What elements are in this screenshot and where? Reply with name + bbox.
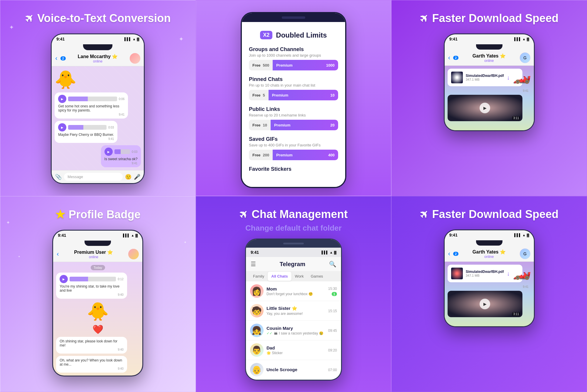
download-icon-6[interactable]: ↓ <box>507 270 510 277</box>
video-play-3[interactable]: ▶ <box>480 103 490 113</box>
status-bar-3: 9:41 ▌▌▌ ▲ ▓ <box>445 34 534 44</box>
sparkle-4b: ✦ <box>184 240 187 244</box>
voice-msg-2: ▶ 0:03 <box>58 123 114 131</box>
play-button-1[interactable]: ▶ <box>58 95 66 103</box>
play-button-2[interactable]: ▶ <box>58 123 66 131</box>
cell-faster-download-bottom: ✈ Faster Download Speed 9:41 ▌▌▌ ▲ ▓ <box>391 196 587 392</box>
mic-icon-1[interactable]: 🎤 <box>134 174 140 180</box>
cell-chat-management: ✈ Chat Management Change default chat fo… <box>196 196 392 392</box>
notch-cutout <box>83 44 112 50</box>
premium-msg-1: ▶ 0:12 You're my shining star, to take m… <box>56 273 127 299</box>
garth-chat-area-bottom: 🏎️ SimulatedDwarfBH.pdf 347.1 MB ↓ 9:41 <box>445 262 534 326</box>
download-icon-3[interactable]: ↓ <box>507 74 510 81</box>
limit-free-gifs: Free 200 <box>249 150 273 160</box>
mgmt-screen: 9:41 ▌▌▌ ▲ ▓ ☰ Telegram 🔍 Family All <box>246 239 341 380</box>
chat-time-mom: 15:30 <box>328 287 337 291</box>
file-thumb-6 <box>451 268 463 279</box>
telegram-icon-6: ✈ <box>417 207 432 222</box>
contact-status-6: online <box>461 255 517 259</box>
unread-badge-3: 2 <box>453 56 458 60</box>
msg-2: ▶ 0:03 Maybe Fiery Cherry or BBQ Burner.… <box>55 121 117 143</box>
contact-name-6: Garth Yates ⭐ <box>461 249 517 255</box>
chat-badge-mom: 1 <box>332 292 337 296</box>
chat-header-info-3: Garth Yates ⭐ online <box>461 53 517 63</box>
file-info-3: SimulatedDwarfBH.pdf 347.1 MB <box>466 74 504 81</box>
chat-messages-1: 🐥 ▶ 0:06 Get some hot ones and something… <box>52 66 144 170</box>
chat-item-dad[interactable]: 👨 Dad 🌟 Sticker 09:20 <box>246 340 341 360</box>
limits-title: Doubled Limits <box>276 31 327 39</box>
message-input-1[interactable]: Message <box>64 173 123 181</box>
premium-val-links: 20 <box>330 123 335 127</box>
mgmt-time: 9:41 <box>251 250 259 255</box>
notch-cutout-6 <box>476 240 502 246</box>
file-name-6: SimulatedDwarfBH.pdf <box>466 270 504 274</box>
back-button-4[interactable]: ‹ <box>57 250 59 258</box>
phone-1: 9:41 ▌▌▌ ▲ ▓ ‹ 2 La <box>51 33 145 184</box>
voice-msg-3: ▶ 0:03 <box>104 148 138 156</box>
limit-row-groups: Groups and Channels Join up to 1000 chan… <box>249 46 338 70</box>
chat-item-sister[interactable]: 🧒 Little Sister ⭐ Yay, you are awesome! … <box>246 301 341 321</box>
back-button-6[interactable]: ‹ <box>448 250 450 258</box>
limit-name-stickers: Favorite Stickers <box>249 166 338 172</box>
mgmt-search-icon[interactable]: 🔍 <box>329 261 336 268</box>
premium-voice-text-1: You're my shining star, to take my love … <box>60 284 123 293</box>
contact-avatar-6: G <box>520 249 530 259</box>
premium-phone-screen: 9:41 ▌▌▌ ▲ ▓ ‹ Premium User <box>53 231 142 376</box>
chat-item-mom[interactable]: 👩 Mom Don't forget your lunchbox 🤨 15:30… <box>246 281 341 301</box>
video-time-6: 3:11 <box>512 312 520 316</box>
waveform-3 <box>114 149 130 154</box>
voice-text-3: Is sweet sriracha ok? <box>104 157 138 161</box>
duck-sticker-1: 🐥 <box>55 69 77 90</box>
avatar-dad: 👨 <box>250 343 264 357</box>
tab-all-chats[interactable]: All Chats <box>268 272 291 281</box>
duration-3: 0:03 <box>132 150 137 153</box>
back-button-1[interactable]: ‹ <box>55 55 57 62</box>
garth-chat-area-top: 🏎️ SimulatedDwarfBH.pdf 347.1 MB ↓ 9:41 <box>445 66 534 130</box>
notch-6 <box>445 240 534 246</box>
premium-play-1[interactable]: ▶ <box>60 275 68 283</box>
mgmt-menu-icon[interactable]: ☰ <box>251 261 256 268</box>
emoji-icon-1[interactable]: 🙂 <box>125 174 131 180</box>
tab-work[interactable]: Work <box>291 272 307 281</box>
limit-name-groups: Groups and Channels <box>249 46 338 53</box>
premium-label-groups: Premium <box>276 63 293 67</box>
cell-profile-badge: ★ Profile Badge ✦ ✦ ✦ 9:41 ▌▌▌ ▲ ▓ <box>0 196 196 392</box>
back-button-3[interactable]: ‹ <box>448 54 450 62</box>
notch-cutout-3 <box>476 44 502 50</box>
contact-name-4: Premium User ⭐ <box>62 249 126 255</box>
chat-info-cousin: Cousin Mary ✓✓ 🦝 I saw a racoon yesterda… <box>266 326 325 335</box>
cell-voice-to-text: ✈ Voice-to-Text Conversion ✦ ✦ 9:41 ▌▌▌ … <box>0 0 196 196</box>
limit-premium-links: Premium 20 <box>271 120 338 130</box>
msg-3: ▶ 0:03 Is sweet sriracha ok? 9:41 <box>101 145 141 167</box>
garth-phone-bottom: 9:41 ▌▌▌ ▲ ▓ ‹ 2 Garth Yates <box>444 229 535 327</box>
free-val-groups: 500 <box>263 63 269 67</box>
chat-item-cousin[interactable]: 👧 Cousin Mary ✓✓ 🦝 I saw a racoon yester… <box>246 321 341 340</box>
chat-info-uncle: Uncle Scrooge <box>266 367 325 373</box>
tab-games[interactable]: Games <box>307 272 327 281</box>
chat-meta-dad: 09:20 <box>328 348 337 352</box>
chat-meta-uncle: 07:00 <box>328 367 337 372</box>
duration-2: 0:03 <box>108 126 114 129</box>
play-button-3[interactable]: ▶ <box>104 148 113 156</box>
notch-3 <box>445 44 534 50</box>
wifi-icon-3: ▲ <box>522 37 526 41</box>
limit-name-gifs: Saved GIFs <box>249 136 338 142</box>
limit-bar-pinned: Free 5 Premium 10 <box>249 90 338 100</box>
waveform-2 <box>68 125 107 130</box>
limit-desc-groups: Join up to 1000 channels and large group… <box>249 53 338 58</box>
premium-star-3: ⭐ <box>500 53 506 58</box>
file-info-6: SimulatedDwarfBH.pdf 347.1 MB <box>466 270 504 277</box>
cell6-title: ✈ Faster Download Speed <box>420 208 559 221</box>
limit-free-pinned: Free 5 <box>249 90 269 100</box>
chat-header-3: ‹ 2 Garth Yates ⭐ online G <box>445 50 534 66</box>
video-bubble-3: ▶ 3:11 <box>448 95 523 121</box>
voice-text-2: Maybe Fiery Cherry or BBQ Burner. <box>58 133 114 137</box>
video-play-6[interactable]: ▶ <box>480 299 490 309</box>
contact-avatar-3: G <box>520 53 530 63</box>
chat-item-uncle[interactable]: 👴 Uncle Scrooge 07:00 <box>246 360 341 380</box>
tab-family[interactable]: Family <box>249 272 268 281</box>
garth-screen-bottom: 9:41 ▌▌▌ ▲ ▓ ‹ 2 Garth Yates <box>445 230 534 326</box>
attach-icon-1[interactable]: 📎 <box>55 174 62 180</box>
msg-time-1: 9:41 <box>58 113 124 116</box>
chat-preview-sister: Yay, you are awesome! <box>266 312 325 316</box>
